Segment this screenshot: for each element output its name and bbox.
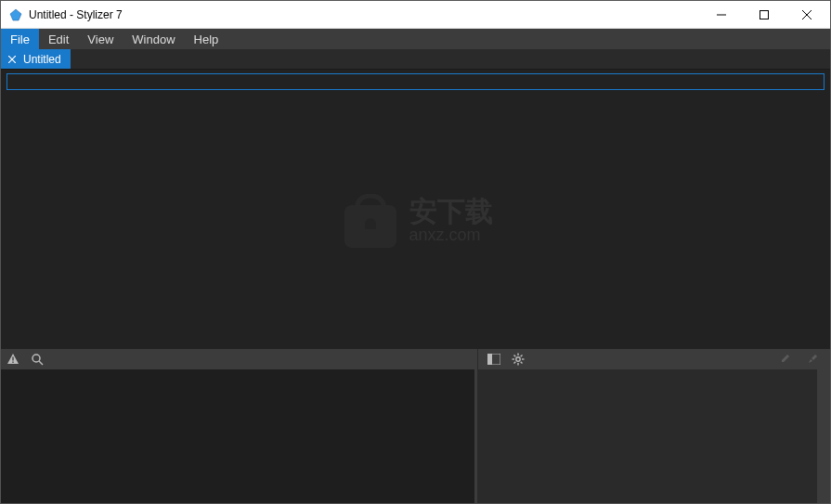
maximize-button[interactable] <box>743 1 786 29</box>
svg-line-21 <box>521 362 523 364</box>
right-panel <box>477 369 830 503</box>
scrollbar[interactable] <box>817 369 830 503</box>
menu-edit[interactable]: Edit <box>39 29 78 49</box>
svg-line-22 <box>521 355 523 357</box>
gear-icon[interactable] <box>506 349 530 369</box>
watermark-subtext: anxz.com <box>409 226 493 245</box>
menu-help[interactable]: Help <box>185 29 228 49</box>
window-controls <box>700 1 828 29</box>
toolbar-left-group <box>1 349 49 369</box>
right-panel-content <box>477 369 817 503</box>
warning-icon[interactable] <box>1 349 25 369</box>
titlebar: Untitled - Stylizer 7 <box>1 1 830 29</box>
svg-rect-10 <box>12 362 13 363</box>
selector-input[interactable] <box>6 73 825 90</box>
tab-label: Untitled <box>23 53 61 66</box>
brush-icon[interactable] <box>800 349 825 369</box>
watermark-text: 安下载 <box>409 198 493 226</box>
minimize-button[interactable] <box>700 1 743 29</box>
tabbar: Untitled <box>1 49 830 70</box>
editor-area: 安下载 anxz.com <box>1 94 830 349</box>
app-icon <box>8 7 23 22</box>
document-tab[interactable]: Untitled <box>1 49 71 69</box>
menu-window[interactable]: Window <box>123 29 184 49</box>
menubar: File Edit View Window Help <box>1 29 830 49</box>
left-panel <box>1 369 477 503</box>
close-button[interactable] <box>786 1 828 29</box>
close-tab-icon[interactable] <box>6 54 18 65</box>
panels-container <box>1 369 830 503</box>
selector-input-row <box>1 70 830 94</box>
toolbar-right-group <box>477 349 830 369</box>
panel-toggle-icon[interactable] <box>482 349 506 369</box>
bottom-toolbar <box>1 349 830 369</box>
app-window: Untitled - Stylizer 7 File Edit View Win… <box>0 0 831 504</box>
svg-line-20 <box>514 355 516 357</box>
menu-file[interactable]: File <box>1 29 39 49</box>
svg-line-12 <box>39 361 43 365</box>
watermark: 安下载 anxz.com <box>339 194 493 250</box>
search-icon[interactable] <box>25 349 49 369</box>
eyedropper-icon[interactable] <box>773 349 797 369</box>
svg-point-11 <box>32 355 40 362</box>
svg-rect-9 <box>12 357 13 361</box>
svg-marker-0 <box>10 9 21 20</box>
svg-rect-14 <box>487 354 492 365</box>
bottom-panels <box>1 349 830 503</box>
window-title: Untitled - Stylizer 7 <box>29 8 700 21</box>
menu-view[interactable]: View <box>78 29 123 49</box>
svg-line-23 <box>514 362 516 364</box>
svg-point-15 <box>516 357 520 361</box>
bag-icon <box>339 194 402 250</box>
svg-rect-2 <box>760 10 769 19</box>
